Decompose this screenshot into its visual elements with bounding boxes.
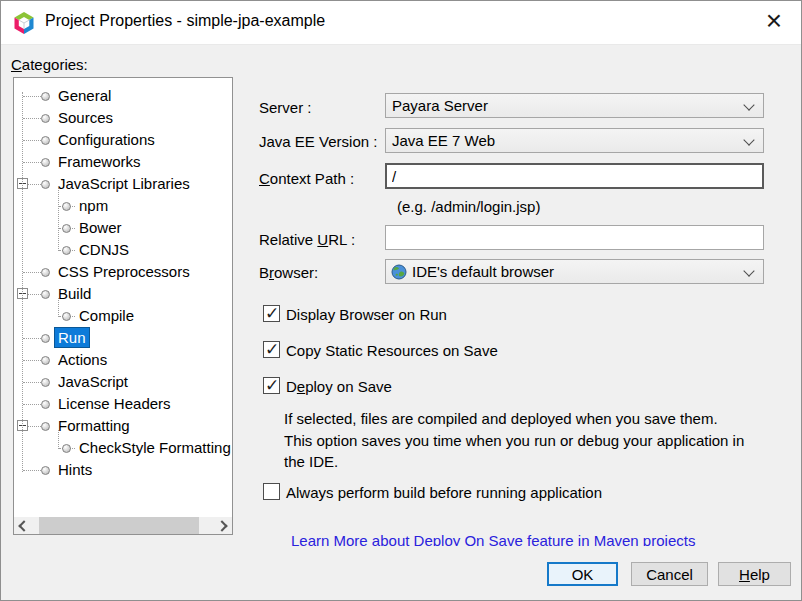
context-path-hint: (e.g. /admin/login.jsp)	[397, 198, 540, 215]
relative-url-input[interactable]	[385, 225, 764, 250]
category-item-label: Build	[55, 284, 94, 303]
categories-tree: GeneralSourcesConfigurationsFrameworksJa…	[13, 77, 233, 535]
category-item-hints[interactable]: Hints	[14, 459, 232, 481]
category-item-label: Formatting	[55, 416, 133, 435]
help-button[interactable]: Help	[718, 562, 791, 586]
categories-label: Categories:	[11, 56, 88, 73]
category-item-checkstyle-formatting[interactable]: CheckStyle Formatting	[14, 437, 232, 459]
deploy-description: If selected, files are compiled and depl…	[284, 408, 744, 473]
category-item-label: CDNJS	[76, 240, 132, 259]
always-build-checkbox[interactable]	[263, 483, 280, 500]
category-item-label: npm	[76, 196, 111, 215]
category-item-javascript[interactable]: JavaScript	[14, 371, 232, 393]
tree-bullet-icon	[62, 312, 71, 321]
netbeans-logo-icon	[12, 11, 36, 35]
javaee-version-label: Java EE Version :	[259, 133, 377, 151]
javaee-version-value: Java EE 7 Web	[392, 129, 495, 152]
relative-url-label: Relative URL :	[259, 231, 355, 249]
chevron-down-icon	[743, 265, 754, 276]
browser-select[interactable]: IDE's default browser	[385, 259, 764, 284]
tree-bullet-icon	[62, 246, 71, 255]
server-select[interactable]: Payara Server	[385, 93, 764, 118]
category-item-label: Sources	[55, 108, 116, 127]
tree-bullet-icon	[41, 92, 50, 101]
category-item-label: CSS Preprocessors	[55, 262, 193, 281]
tree-connector-build	[58, 298, 59, 317]
project-properties-dialog: Project Properties - simple-jpa-example …	[0, 0, 802, 601]
browser-value: IDE's default browser	[412, 260, 554, 283]
globe-icon	[391, 264, 407, 280]
deploy-on-save-checkbox[interactable]	[263, 377, 280, 394]
server-value: Payara Server	[392, 94, 488, 117]
chevron-down-icon	[743, 99, 754, 110]
display-browser-label: Display Browser on Run	[286, 306, 447, 323]
tree-bullet-icon	[41, 334, 50, 343]
link-clip-region: Learn More about Deploy On Save feature …	[291, 532, 771, 546]
browser-label: Browser:	[259, 264, 318, 282]
server-label: Server :	[259, 99, 312, 117]
tree-bullet-icon	[41, 158, 50, 167]
deploy-description-line: the IDE.	[284, 451, 744, 473]
category-item-general[interactable]: General	[14, 85, 232, 107]
chevron-down-icon	[743, 134, 754, 145]
category-item-label: Hints	[55, 460, 95, 479]
learn-more-link[interactable]: Learn More about Deploy On Save feature …	[291, 532, 695, 546]
category-item-javascript-libraries[interactable]: JavaScript Libraries	[14, 173, 232, 195]
scrollbar-thumb[interactable]	[39, 517, 199, 534]
ok-button[interactable]: OK	[547, 562, 618, 586]
category-item-label: General	[55, 86, 114, 105]
display-browser-checkbox[interactable]	[263, 305, 280, 322]
tree-connector-jslibs	[58, 188, 59, 251]
context-path-label: Context Path :	[259, 170, 354, 188]
cancel-button[interactable]: Cancel	[631, 562, 708, 586]
scroll-right-icon[interactable]	[215, 517, 232, 534]
category-item-actions[interactable]: Actions	[14, 349, 232, 371]
tree-bullet-icon	[62, 444, 71, 453]
tree-connector-formatting	[58, 430, 59, 449]
tree-bullet-icon	[41, 114, 50, 123]
category-item-label: Configurations	[55, 130, 158, 149]
copy-static-label: Copy Static Resources on Save	[286, 342, 498, 359]
tree-horizontal-scrollbar[interactable]	[14, 517, 232, 534]
tree-bullet-icon	[41, 378, 50, 387]
category-item-npm[interactable]: npm	[14, 195, 232, 217]
tree-bullet-icon	[41, 356, 50, 365]
context-path-input[interactable]	[385, 163, 764, 189]
category-item-label: License Headers	[55, 394, 174, 413]
category-item-label: Bower	[76, 218, 125, 237]
tree-connector-root	[22, 92, 23, 472]
deploy-description-line: This option saves you time when you run …	[284, 430, 744, 452]
category-item-cdnjs[interactable]: CDNJS	[14, 239, 232, 261]
tree-bullet-icon	[41, 422, 50, 431]
category-item-label: Actions	[55, 350, 110, 369]
copy-static-checkbox[interactable]	[263, 341, 280, 358]
category-item-label: JavaScript	[55, 372, 131, 391]
deploy-description-line: If selected, files are compiled and depl…	[284, 408, 744, 430]
category-item-label: Run	[55, 328, 89, 347]
category-item-formatting[interactable]: Formatting	[14, 415, 232, 437]
title-bar: Project Properties - simple-jpa-example …	[1, 1, 801, 45]
category-item-run[interactable]: Run	[14, 327, 232, 349]
close-icon[interactable]: ×	[759, 3, 789, 39]
tree-bullet-icon	[62, 224, 71, 233]
deploy-on-save-label: Deploy on Save	[286, 378, 392, 395]
category-item-configurations[interactable]: Configurations	[14, 129, 232, 151]
category-item-compile[interactable]: Compile	[14, 305, 232, 327]
scroll-left-icon[interactable]	[14, 517, 31, 534]
tree-bullet-icon	[41, 268, 50, 277]
category-item-license-headers[interactable]: License Headers	[14, 393, 232, 415]
tree-bullet-icon	[41, 290, 50, 299]
tree-bullet-icon	[41, 136, 50, 145]
category-item-frameworks[interactable]: Frameworks	[14, 151, 232, 173]
tree-bullet-icon	[41, 400, 50, 409]
category-item-css-preprocessors[interactable]: CSS Preprocessors	[14, 261, 232, 283]
category-item-bower[interactable]: Bower	[14, 217, 232, 239]
category-item-build[interactable]: Build	[14, 283, 232, 305]
category-item-sources[interactable]: Sources	[14, 107, 232, 129]
tree-bullet-icon	[41, 466, 50, 475]
always-build-label: Always perform build before running appl…	[286, 484, 602, 501]
javaee-version-select[interactable]: Java EE 7 Web	[385, 128, 764, 153]
category-item-label: Compile	[76, 306, 137, 325]
tree-bullet-icon	[41, 180, 50, 189]
window-title: Project Properties - simple-jpa-example	[45, 12, 325, 30]
